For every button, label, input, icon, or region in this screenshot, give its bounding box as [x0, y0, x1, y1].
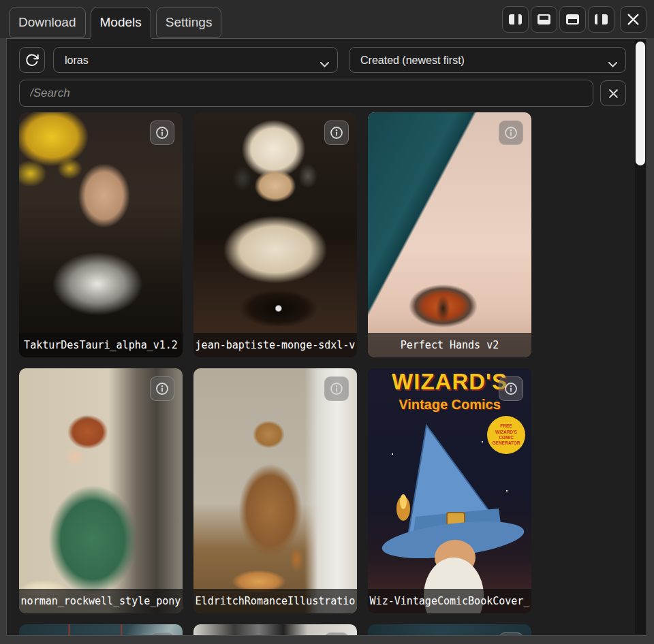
- model-title: norman_rockwell_style_pony: [19, 589, 183, 613]
- filter-row: loras Created (newest first): [19, 47, 626, 73]
- info-icon: [504, 382, 518, 396]
- model-card[interactable]: norman_rockwell_style_pony: [19, 368, 183, 613]
- info-icon: [330, 126, 343, 140]
- clear-icon: [608, 88, 619, 99]
- model-card[interactable]: EldritchRomanceIllustratio: [193, 368, 357, 613]
- model-type-select-wrap: loras: [53, 47, 338, 73]
- sort-select[interactable]: Created (newest first): [349, 48, 625, 72]
- dock-bottom-button[interactable]: [559, 6, 586, 33]
- search-input[interactable]: [19, 80, 593, 107]
- close-button[interactable]: [620, 6, 647, 33]
- model-card[interactable]: TakturDesTauri_alpha_v1.2: [19, 112, 183, 357]
- model-info-button[interactable]: [499, 632, 523, 636]
- model-thumbnail-pope-dj: [193, 112, 357, 357]
- dock-top-icon: [538, 14, 550, 25]
- scrollbar-track[interactable]: [635, 40, 646, 634]
- tab-settings[interactable]: Settings: [156, 7, 222, 38]
- dock-bottom-icon: [566, 14, 579, 25]
- model-card[interactable]: [19, 624, 183, 636]
- model-title: TakturDesTauri_alpha_v1.2: [19, 333, 183, 357]
- model-card[interactable]: [368, 624, 531, 636]
- dock-top-button[interactable]: [531, 6, 557, 33]
- model-title: jean-baptiste-monge-sdxl-v: [193, 333, 357, 357]
- search-row: [19, 80, 626, 107]
- scrollbar-thumb[interactable]: [636, 42, 645, 165]
- model-info-button[interactable]: [499, 376, 523, 401]
- model-info-button[interactable]: [150, 632, 174, 636]
- model-info-button[interactable]: [324, 376, 349, 401]
- sort-select-wrap: Created (newest first): [349, 47, 626, 73]
- info-icon: [504, 126, 518, 140]
- model-thumbnail-woman-yellow-flowers: [19, 112, 183, 357]
- model-card[interactable]: jean-baptiste-monge-sdxl-v: [193, 112, 357, 357]
- info-icon: [155, 382, 169, 396]
- model-title: Perfect Hands v2: [368, 333, 531, 357]
- model-card-grid: TakturDesTauri_alpha_v1.2 jean-baptiste-…: [19, 112, 531, 636]
- refresh-button[interactable]: [19, 47, 45, 73]
- model-thumbnail-cat-pancakes: [193, 368, 357, 613]
- model-title: Wiz-VintageComicBookCover_: [368, 589, 531, 613]
- dock-left-icon: [595, 14, 608, 25]
- model-card[interactable]: Perfect Hands v2: [368, 112, 531, 357]
- model-card[interactable]: [193, 624, 357, 636]
- model-info-button[interactable]: [324, 120, 349, 145]
- refresh-icon: [25, 52, 40, 67]
- split-vertical-icon: [509, 14, 522, 25]
- tab-bar: Download Models Settings: [0, 0, 654, 38]
- comic-cover-badge: Free Wizard's Comic Generator: [487, 416, 525, 454]
- model-browser-window: Download Models Settings: [0, 0, 654, 636]
- model-card[interactable]: WIZARD'S Vintage Comics Free Wizard's Co…: [368, 368, 531, 613]
- model-type-select[interactable]: loras: [54, 48, 337, 72]
- info-icon: [155, 126, 169, 140]
- dock-left-button[interactable]: [588, 6, 614, 33]
- model-info-button[interactable]: [150, 376, 174, 401]
- model-thumbnail-cake-kitchen: [19, 368, 183, 613]
- info-icon: [330, 382, 343, 396]
- model-info-button[interactable]: [150, 120, 174, 145]
- dock-split-button[interactable]: [502, 6, 529, 33]
- close-icon: [627, 13, 640, 26]
- model-info-button[interactable]: [324, 632, 349, 636]
- model-thumbnail-butterfly-hands: [368, 112, 531, 357]
- window-controls: [502, 6, 654, 33]
- model-info-button[interactable]: [499, 120, 523, 145]
- models-panel: loras Created (newest first): [6, 38, 647, 636]
- clear-search-button[interactable]: [600, 80, 626, 106]
- panel-content: loras Created (newest first): [7, 39, 647, 636]
- tab-models[interactable]: Models: [91, 7, 151, 38]
- tab-download[interactable]: Download: [9, 7, 86, 38]
- model-title: EldritchRomanceIllustratio: [193, 589, 357, 613]
